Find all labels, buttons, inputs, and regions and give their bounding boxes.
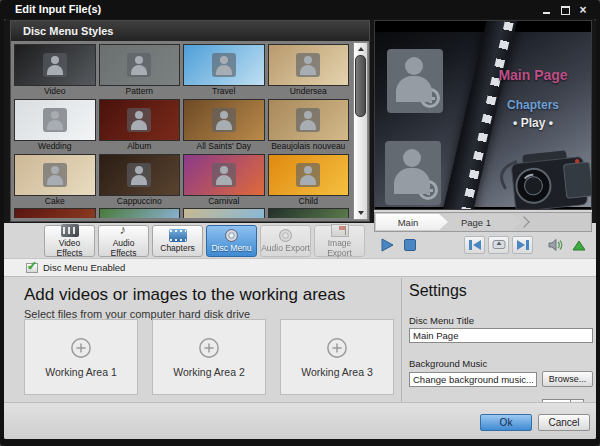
scroll-up-icon[interactable] [354, 43, 367, 54]
gallery-scrollbar[interactable] [353, 42, 368, 220]
style-thumbnail[interactable]: Cappuccino [99, 154, 181, 207]
disc-menu-icon [225, 229, 238, 242]
person-placeholder-icon [127, 108, 151, 132]
style-thumbnail[interactable]: Video [14, 44, 96, 97]
window-title: Edit Input File(s) [15, 3, 101, 15]
style-thumb-image [14, 44, 96, 86]
person-placeholder-icon [212, 163, 236, 187]
style-thumbnail[interactable]: Child [268, 154, 350, 207]
person-placeholder-icon [212, 53, 236, 77]
menu-frame-button[interactable] [488, 236, 509, 254]
close-icon[interactable]: × [578, 5, 588, 15]
enabled-check-icon [26, 263, 38, 273]
style-thumbnail-partial[interactable] [183, 208, 265, 218]
working-areas: Working Area 1 Working Area 2 Working Ar… [24, 319, 394, 395]
style-thumb-image [183, 154, 265, 196]
settings-heading: Settings [409, 282, 593, 300]
toolbar-button[interactable]: Disc Menu [206, 225, 257, 257]
toolbar-button[interactable]: Video Effects [44, 225, 95, 257]
preview-tab[interactable]: Page 1 [439, 214, 521, 230]
disc-menu-style-grid: Video Pattern Travel Undersea Wedding Al… [11, 41, 369, 207]
preview-panel: Main Page Chapters • Play • MainPage 1 [374, 20, 592, 256]
video-effects-icon [61, 224, 79, 237]
toolbar-button[interactable]: Image Export [314, 225, 365, 257]
style-thumbnail[interactable]: Beaujolais nouveau [268, 99, 350, 152]
toolbar-button[interactable]: Audio Export [260, 225, 311, 257]
style-thumb-label: Cappuccino [99, 196, 181, 207]
person-placeholder-icon [43, 53, 67, 77]
person-placeholder-icon [43, 163, 67, 187]
style-thumbnail[interactable]: Travel [183, 44, 265, 97]
working-areas-section: Add videos or images to the working area… [4, 278, 400, 402]
style-thumbnail[interactable]: Pattern [99, 44, 181, 97]
menu-preview: Main Page Chapters • Play • [374, 20, 592, 210]
chapters-icon [169, 229, 187, 242]
style-thumb-label: Carnival [183, 196, 265, 207]
disc-menu-title-input[interactable] [409, 328, 593, 343]
style-thumb-image [99, 99, 181, 141]
cancel-button[interactable]: Cancel [538, 414, 590, 431]
style-thumbnail-partial[interactable] [99, 208, 181, 218]
working-area-dropzone[interactable]: Working Area 2 [152, 319, 266, 395]
scrollbar-thumb[interactable] [355, 55, 366, 117]
titlebar[interactable]: Edit Input File(s) × [0, 0, 600, 19]
toolbar-button[interactable]: Audio Effects [98, 225, 149, 257]
speaker-icon[interactable] [546, 236, 566, 254]
mode-toolbar: Video Effects Audio Effects Chapters Dis… [10, 224, 370, 258]
volume-expand-icon[interactable] [569, 236, 589, 254]
settings-panel: Settings Disc Menu Title Background Musi… [409, 278, 593, 415]
play-button[interactable] [377, 236, 397, 254]
style-thumb-image [183, 44, 265, 86]
style-thumbnail[interactable]: All Saints' Day [183, 99, 265, 152]
preview-tab[interactable]: Main [376, 214, 448, 230]
disc-menu-enabled-label: Disc Menu Enabled [43, 262, 125, 273]
working-area-label: Working Area 3 [301, 366, 373, 378]
working-area-label: Working Area 1 [45, 366, 117, 378]
previous-page-button[interactable] [464, 236, 485, 254]
avatar-placeholder [387, 49, 443, 113]
person-placeholder-icon [296, 108, 320, 132]
style-thumbnail-partial[interactable] [268, 208, 350, 218]
background-music-input[interactable] [409, 372, 537, 387]
style-thumb-label: Child [268, 196, 350, 207]
working-area-dropzone[interactable]: Working Area 1 [24, 319, 138, 395]
scroll-down-icon[interactable] [354, 208, 367, 219]
style-thumb-label: Travel [183, 86, 265, 97]
browse-button[interactable]: Browse... [542, 371, 593, 387]
toolbar-button[interactable]: Chapters [152, 225, 203, 257]
image-export-icon [331, 224, 349, 237]
disc-menu-title-label: Disc Menu Title [409, 315, 593, 326]
style-thumbnail[interactable]: Carnival [183, 154, 265, 207]
stop-button[interactable] [400, 236, 420, 254]
style-thumb-image [14, 154, 96, 196]
camcorder-image [482, 139, 592, 210]
style-thumb-image [268, 99, 350, 141]
audio-effects-icon [115, 224, 133, 237]
working-area-dropzone[interactable]: Working Area 3 [280, 319, 394, 395]
preview-play-link[interactable]: • Play • [481, 116, 585, 130]
style-thumbnail[interactable]: Wedding [14, 99, 96, 152]
maximize-icon[interactable] [560, 5, 570, 15]
ok-button[interactable]: Ok [480, 414, 532, 431]
style-thumbnail[interactable]: Album [99, 99, 181, 152]
avatar-placeholder [385, 141, 441, 205]
minimize-icon[interactable] [542, 5, 552, 15]
preview-tab-bar: MainPage 1 [374, 212, 592, 232]
dialog-content: Disc Menu Styles Video Pattern Travel Un… [4, 19, 596, 439]
style-thumb-image [14, 99, 96, 141]
style-thumbnail[interactable]: Undersea [268, 44, 350, 97]
preview-chapters-link[interactable]: Chapters [481, 98, 585, 112]
working-areas-heading: Add videos or images to the working area… [24, 285, 400, 305]
next-page-button[interactable] [512, 236, 533, 254]
style-thumbnail-partial[interactable] [14, 208, 96, 218]
add-icon [198, 337, 220, 359]
person-placeholder-icon [127, 53, 151, 77]
disc-menu-enabled-row: Disc Menu Enabled [4, 258, 596, 277]
style-thumbnail[interactable]: Cake [14, 154, 96, 207]
person-placeholder-icon [296, 163, 320, 187]
style-thumb-image [268, 44, 350, 86]
edit-input-files-dialog: Edit Input File(s) × Disc Menu Styles Vi… [0, 0, 600, 446]
disc-menu-styles-header: Disc Menu Styles [11, 21, 369, 41]
style-thumb-label: Wedding [14, 141, 96, 152]
style-thumb-label: All Saints' Day [183, 141, 265, 152]
